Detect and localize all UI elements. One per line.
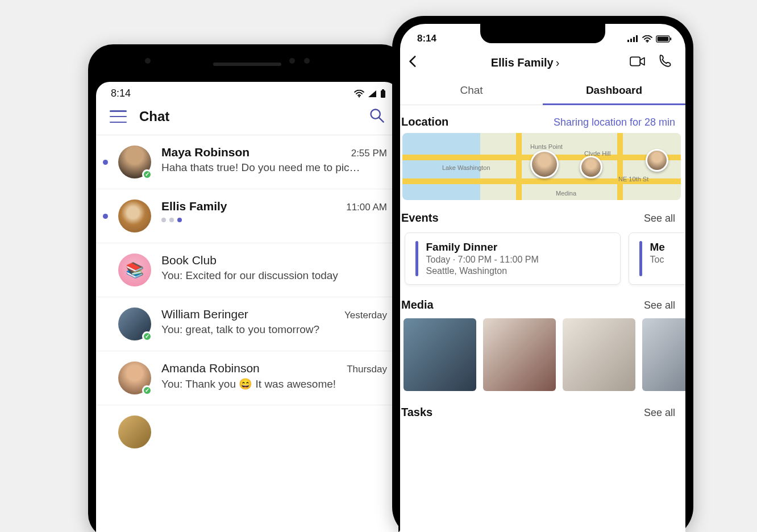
iphone-notch xyxy=(480,24,605,43)
chat-preview: Haha thats true! Do you need me to pic… xyxy=(161,161,387,174)
event-accent-bar xyxy=(639,241,642,276)
tab-dashboard[interactable]: Dashboard xyxy=(543,76,685,105)
iphone-frame: 8:14 Ellis Family › xyxy=(392,16,693,532)
audio-call-button[interactable] xyxy=(657,53,673,72)
media-thumbnail[interactable] xyxy=(483,318,556,391)
event-when: Toc xyxy=(650,255,665,265)
map-label: Lake Washington xyxy=(442,164,490,171)
svg-rect-13 xyxy=(630,57,640,65)
event-card-family-dinner[interactable]: Family Dinner Today · 7:00 PM - 11:00 PM… xyxy=(405,232,621,285)
battery-icon xyxy=(380,89,386,98)
chat-row-book-club[interactable]: 📚 Book Club You: Excited for our discuss… xyxy=(96,243,398,297)
wifi-icon xyxy=(642,35,652,43)
events-heading: Events xyxy=(401,211,439,225)
chat-time: Yesterday xyxy=(344,310,387,321)
chat-name: William Beringer xyxy=(161,307,248,321)
media-see-all-link[interactable]: See all xyxy=(644,300,675,311)
dashboard-panel: Location Sharing location for 28 min Lak… xyxy=(400,105,685,422)
conversation-title[interactable]: Ellis Family › xyxy=(491,56,560,69)
unread-indicator xyxy=(103,322,108,327)
typing-indicator-icon xyxy=(161,218,387,222)
svg-rect-7 xyxy=(633,37,635,42)
chevron-right-icon: › xyxy=(556,56,560,69)
location-section-head: Location Sharing location for 28 min xyxy=(400,112,685,132)
back-button[interactable] xyxy=(406,54,421,71)
svg-rect-11 xyxy=(658,36,668,41)
tab-chat[interactable]: Chat xyxy=(400,76,543,105)
avatar[interactable] xyxy=(118,307,151,340)
menu-button[interactable] xyxy=(110,110,127,123)
chat-list-header: Chat xyxy=(96,102,398,135)
event-title: Family Dinner xyxy=(426,241,539,253)
video-call-button[interactable] xyxy=(630,53,646,72)
conversation-tabs: Chat Dashboard xyxy=(400,76,685,105)
chat-preview: You: Thank you 😄 It was awesome! xyxy=(161,377,387,390)
chat-name: Book Club xyxy=(161,253,217,267)
events-see-all-link[interactable]: See all xyxy=(644,213,675,225)
svg-rect-5 xyxy=(627,40,629,42)
android-status-bar: 8:14 xyxy=(96,82,398,102)
chat-row-partial[interactable] xyxy=(96,405,398,448)
media-section-head: Media See all xyxy=(400,295,685,315)
svg-point-0 xyxy=(359,95,360,97)
android-phone-frame: 8:14 Chat xyxy=(88,44,406,532)
books-icon: 📚 xyxy=(126,261,144,279)
chat-row-william[interactable]: William Beringer Yesterday You: great, t… xyxy=(96,297,398,351)
svg-line-4 xyxy=(379,118,384,122)
event-where: Seattle, Washington xyxy=(426,266,539,276)
unread-indicator xyxy=(103,268,108,273)
chat-preview: You: Excited for our discussion today xyxy=(161,269,387,282)
event-title: Me xyxy=(650,241,665,253)
map-person-pin[interactable] xyxy=(580,156,602,178)
media-thumbnail[interactable] xyxy=(563,318,635,391)
avatar[interactable] xyxy=(118,200,151,232)
chat-time: Thursday xyxy=(347,364,387,375)
media-thumbnail[interactable] xyxy=(404,318,476,391)
tasks-section-head: Tasks See all xyxy=(400,402,685,422)
event-when: Today · 7:00 PM - 11:00 PM xyxy=(426,255,539,265)
media-thumbnail[interactable] xyxy=(642,318,685,391)
map-person-pin[interactable] xyxy=(530,150,559,178)
chat-time: 11:00 AM xyxy=(346,202,387,213)
media-heading: Media xyxy=(401,298,434,311)
chat-row-amanda[interactable]: Amanda Robinson Thursday You: Thank you … xyxy=(96,351,398,405)
chat-preview: You: great, talk to you tomorrow? xyxy=(161,323,387,336)
event-card-partial[interactable]: Me Toc xyxy=(629,232,685,285)
presence-available-icon xyxy=(142,331,152,342)
chat-name: Maya Robinson xyxy=(161,146,249,159)
chat-name: Ellis Family xyxy=(161,200,227,213)
events-carousel[interactable]: Family Dinner Today · 7:00 PM - 11:00 PM… xyxy=(400,228,685,289)
svg-rect-6 xyxy=(630,39,632,42)
chat-row-maya[interactable]: Maya Robinson 2:55 PM Haha thats true! D… xyxy=(96,135,398,189)
location-sharing-status[interactable]: Sharing location for 28 min xyxy=(554,117,675,128)
search-button[interactable] xyxy=(369,107,385,126)
avatar[interactable] xyxy=(118,415,151,448)
page-title: Chat xyxy=(139,109,169,124)
map-person-pin[interactable] xyxy=(646,149,668,172)
unread-indicator xyxy=(103,214,108,219)
avatar[interactable] xyxy=(118,146,151,178)
unread-indicator xyxy=(103,430,108,435)
media-carousel[interactable] xyxy=(400,315,685,394)
android-screen: 8:14 Chat xyxy=(96,82,398,532)
iphone-status-icons xyxy=(627,35,672,43)
map-label: Hunts Point xyxy=(530,143,563,150)
cell-signal-icon xyxy=(368,90,377,98)
tasks-see-all-link[interactable]: See all xyxy=(644,407,675,419)
chat-list: Maya Robinson 2:55 PM Haha thats true! D… xyxy=(96,135,398,448)
wifi-icon xyxy=(354,90,364,98)
chat-time: 2:55 PM xyxy=(351,148,387,159)
conversation-header: Ellis Family › xyxy=(400,49,685,76)
presence-available-icon xyxy=(142,169,152,180)
location-map[interactable]: Lake Washington Hunts Point Clyde Hill M… xyxy=(402,133,681,200)
avatar[interactable] xyxy=(118,361,151,394)
status-time: 8:14 xyxy=(417,33,436,44)
avatar[interactable]: 📚 xyxy=(118,253,151,286)
location-heading: Location xyxy=(401,115,448,128)
unread-indicator xyxy=(103,160,108,165)
cell-signal-icon xyxy=(627,35,639,42)
presence-available-icon xyxy=(142,385,152,396)
svg-rect-8 xyxy=(636,35,638,42)
chat-row-ellis-family[interactable]: Ellis Family 11:00 AM xyxy=(96,189,398,243)
tasks-heading: Tasks xyxy=(401,406,432,419)
